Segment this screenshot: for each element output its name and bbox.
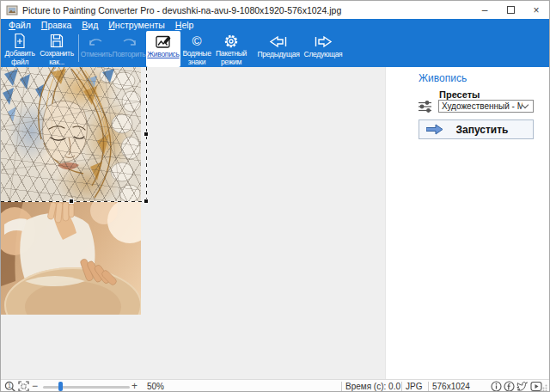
painting-icon (155, 33, 172, 50)
presets-sliders-icon[interactable] (418, 100, 432, 113)
maximize-icon (507, 6, 515, 14)
zoom-percent: 50% (147, 382, 164, 391)
watermarks-label: Водяные знаки (180, 50, 213, 67)
preset-dropdown[interactable]: Художественный - Мозаика (438, 100, 534, 113)
toolbar: Добавить файл Сохранить как... (1, 31, 549, 67)
window-title: Picture to Painting Converter Pro - devu… (22, 5, 341, 15)
presets-label: Пресеты (439, 89, 480, 100)
selection-marquee-bottom-edge[interactable] (1, 201, 148, 202)
painting-button[interactable]: Живопись (146, 31, 180, 67)
zoom-slider-track[interactable] (43, 386, 130, 389)
redo-icon (120, 33, 138, 50)
add-file-label: Добавить файл (3, 50, 37, 67)
settings-panel: Живопись Пресеты Художественный - Мозаик… (385, 67, 550, 380)
close-icon: × (533, 4, 539, 16)
preview-painted-region (1, 67, 141, 202)
zoom-in-button[interactable]: + (131, 380, 138, 392)
next-button[interactable]: Следующая (301, 31, 345, 67)
twitter-icon[interactable] (516, 381, 529, 392)
statusbar-separator (428, 382, 429, 391)
app-icon (6, 4, 18, 16)
svg-text:1: 1 (8, 383, 11, 389)
painting-label: Живопись (147, 51, 179, 59)
redo-button: Повторить (112, 31, 146, 67)
info-icon[interactable] (491, 381, 502, 392)
batch-mode-label: Пакетный режим (213, 50, 249, 67)
run-arrow-icon (426, 124, 443, 135)
toolbar-separator (78, 34, 79, 62)
app-window: Picture to Painting Converter Pro - devu… (0, 0, 550, 392)
status-bar: 1 − + 50% Время (с): 0.0 JPG 576x1024 (1, 379, 549, 392)
zoom-out-button[interactable]: − (32, 380, 38, 392)
panel-title: Живопись (419, 72, 467, 84)
selection-handle-right[interactable] (144, 132, 149, 137)
next-label: Следующая (304, 51, 343, 59)
save-as-label: Сохранить как... (37, 50, 76, 67)
menu-file[interactable]: Файл (3, 20, 36, 30)
previous-icon (268, 33, 289, 50)
menu-tools[interactable]: Инструменты (103, 20, 169, 30)
run-button-label: Запустить (443, 124, 521, 136)
undo-label: Отменить (81, 51, 112, 59)
preview-original-region (1, 202, 141, 315)
batch-mode-button[interactable]: Пакетный режим (213, 31, 249, 67)
save-as-button[interactable]: Сохранить как... (37, 31, 76, 67)
watermarks-icon: © (192, 33, 201, 49)
canvas-area (1, 67, 385, 380)
menu-view[interactable]: Вид (76, 20, 103, 30)
minimize-button[interactable]: – (472, 1, 498, 19)
menu-bar: Файл Правка Вид Инструменты Help (1, 19, 549, 31)
minimize-icon: – (482, 4, 488, 16)
watermarks-button[interactable]: © Водяные знаки (180, 31, 213, 67)
toolbar-gap (249, 31, 256, 67)
close-button[interactable]: × (523, 1, 549, 19)
statusbar-separator (401, 382, 402, 391)
mosaic-portrait-art (1, 67, 141, 202)
preset-dropdown-value: Художественный - Мозаика (439, 101, 522, 111)
original-photo-art (1, 202, 141, 315)
previous-label: Предыдущая (258, 51, 300, 59)
previous-button[interactable]: Предыдущая (256, 31, 301, 67)
next-icon (313, 33, 333, 50)
statusbar-separator (341, 382, 342, 391)
run-button[interactable]: Запустить (419, 119, 534, 139)
add-file-icon (12, 33, 28, 49)
add-file-button[interactable]: Добавить файл (3, 31, 37, 67)
undo-button: Отменить (81, 31, 112, 67)
save-as-icon (49, 33, 64, 49)
selection-handle-bottom-right[interactable] (144, 199, 149, 204)
title-bar: Picture to Painting Converter Pro - devu… (1, 1, 549, 19)
processing-time: Время (с): 0.0 (345, 382, 400, 391)
preview-image (1, 67, 141, 315)
top-chrome: Файл Правка Вид Инструменты Help Добавит… (1, 19, 549, 67)
file-format: JPG (406, 382, 422, 391)
zoom-fit-icon[interactable] (18, 381, 29, 392)
batch-mode-icon (223, 33, 239, 49)
facebook-icon[interactable] (504, 381, 515, 392)
redo-label: Повторить (113, 51, 146, 59)
undo-icon (88, 33, 105, 50)
chevron-down-icon (522, 101, 529, 108)
menu-help[interactable]: Help (170, 20, 199, 30)
window-controls: – × (472, 1, 549, 19)
zoom-actual-size-icon[interactable]: 1 (4, 381, 16, 392)
selection-handle-bottom[interactable] (69, 199, 74, 204)
resize-grip[interactable] (540, 384, 547, 392)
menu-edit[interactable]: Правка (36, 20, 76, 30)
image-dimensions: 576x1024 (432, 382, 470, 391)
maximize-button[interactable] (498, 1, 523, 19)
zoom-slider-handle[interactable] (58, 382, 63, 391)
